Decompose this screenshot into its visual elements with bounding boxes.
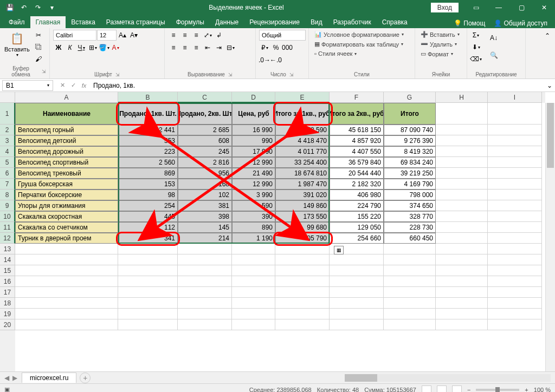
cell[interactable] — [118, 276, 178, 287]
cell[interactable]: 223 — [118, 146, 178, 157]
row-header-18[interactable]: 18 — [0, 298, 15, 309]
percent-icon[interactable]: % — [270, 42, 281, 53]
cell[interactable] — [436, 319, 488, 330]
view-normal-icon[interactable] — [422, 386, 431, 393]
cell[interactable]: 98 — [118, 190, 178, 200]
cell[interactable] — [436, 146, 488, 157]
cell[interactable] — [118, 265, 178, 276]
cell[interactable] — [488, 190, 542, 200]
cell[interactable]: 12 990 — [232, 179, 275, 190]
cell[interactable] — [384, 319, 436, 330]
cell[interactable] — [436, 298, 488, 309]
col-header-D[interactable]: D — [232, 92, 275, 103]
sort-filter-icon[interactable]: A↓ — [486, 30, 502, 46]
cell[interactable] — [330, 309, 384, 319]
cell[interactable]: 553 — [118, 135, 178, 146]
tab-insert[interactable]: Вставка — [66, 16, 101, 28]
align-center-icon[interactable]: ≡ — [179, 42, 190, 53]
cell[interactable] — [15, 265, 118, 276]
cell[interactable] — [232, 309, 275, 319]
col-header-B[interactable]: B — [118, 92, 178, 103]
cell[interactable] — [178, 287, 232, 298]
cell[interactable] — [118, 244, 178, 254]
cell[interactable]: 45 618 150 — [330, 125, 384, 135]
cell[interactable]: 153 — [118, 179, 178, 190]
cell[interactable] — [488, 157, 542, 168]
cell[interactable] — [178, 244, 232, 254]
cell[interactable] — [15, 254, 118, 265]
format-cells-button[interactable]: ▭ Формат▾ — [418, 49, 455, 58]
cell[interactable]: 254 — [118, 200, 178, 211]
row-header-5[interactable]: 5 — [0, 157, 15, 168]
col-header-C[interactable]: C — [178, 92, 232, 103]
cell[interactable]: 341 — [118, 233, 178, 244]
cell[interactable] — [488, 179, 542, 190]
cell[interactable] — [436, 190, 488, 200]
cell[interactable] — [384, 276, 436, 287]
cell[interactable] — [178, 265, 232, 276]
cell[interactable]: 398 — [178, 211, 232, 222]
cell[interactable]: Наименование — [15, 103, 118, 125]
row-header-1[interactable]: 1 — [0, 103, 15, 125]
cell[interactable]: 608 — [178, 135, 232, 146]
col-header-E[interactable]: E — [275, 92, 330, 103]
cell[interactable] — [330, 319, 384, 330]
row-header-4[interactable]: 4 — [0, 146, 15, 157]
cell[interactable] — [275, 298, 330, 309]
wrap-text-icon[interactable]: ↲ — [214, 30, 224, 41]
number-format-select[interactable] — [259, 30, 306, 41]
cell[interactable] — [330, 298, 384, 309]
cell[interactable] — [436, 265, 488, 276]
row-header-7[interactable]: 7 — [0, 179, 15, 190]
cell[interactable] — [118, 287, 178, 298]
row-header-13[interactable]: 13 — [0, 244, 15, 254]
cell[interactable] — [488, 211, 542, 222]
zoom-out-icon[interactable]: − — [467, 387, 470, 393]
cell[interactable]: 173 550 — [275, 211, 330, 222]
cell[interactable]: 590 — [232, 200, 275, 211]
grid[interactable]: ABCDEFGHI 123456789101112131415161718192… — [0, 92, 555, 371]
align-top-icon[interactable]: ≡ — [168, 30, 179, 41]
cell[interactable] — [436, 179, 488, 190]
redo-icon[interactable]: ↷ — [33, 2, 43, 13]
cell[interactable]: 36 579 840 — [330, 157, 384, 168]
cell[interactable] — [384, 298, 436, 309]
cell[interactable] — [118, 254, 178, 265]
tab-layout[interactable]: Разметка страницы — [101, 16, 171, 28]
save-icon[interactable]: 💾 — [4, 2, 15, 13]
enter-formula-icon[interactable]: ✓ — [68, 81, 78, 90]
cell[interactable] — [384, 309, 436, 319]
cell[interactable]: 2 182 320 — [330, 179, 384, 190]
cell[interactable]: 1 190 — [232, 233, 275, 244]
cell[interactable]: 168 — [178, 179, 232, 190]
cell[interactable]: Турник в дверной проем — [15, 233, 118, 244]
inc-decimal-icon[interactable]: .0→ — [259, 55, 270, 66]
align-mid-icon[interactable]: ≡ — [179, 30, 190, 41]
cell[interactable]: 18 674 810 — [275, 168, 330, 179]
cell[interactable]: Итого за 1кв., руб. — [275, 103, 330, 125]
cell[interactable]: 245 — [178, 146, 232, 157]
cell[interactable]: Упоры для отжимания — [15, 200, 118, 211]
font-name-select[interactable] — [53, 30, 96, 41]
cell[interactable]: 112 — [118, 222, 178, 233]
horizontal-scrollbar[interactable] — [345, 374, 551, 382]
cell[interactable] — [384, 254, 436, 265]
cell[interactable]: 224 790 — [330, 200, 384, 211]
col-header-H[interactable]: H — [436, 92, 488, 103]
cell[interactable]: 374 650 — [384, 200, 436, 211]
cell[interactable] — [15, 298, 118, 309]
find-icon[interactable]: 🔍 — [486, 47, 502, 63]
number-launcher-icon[interactable]: ⇲ — [289, 72, 294, 77]
cell[interactable] — [436, 276, 488, 287]
copy-icon[interactable]: ⿻ — [33, 42, 44, 53]
cell[interactable] — [275, 276, 330, 287]
indent-dec-icon[interactable]: ⇤ — [202, 42, 213, 53]
font-size-select[interactable] — [97, 30, 117, 41]
insert-cells-button[interactable]: ➕ Вставить▾ — [418, 30, 462, 39]
cell[interactable]: 99 680 — [275, 222, 330, 233]
row-header-20[interactable]: 20 — [0, 319, 15, 330]
tab-review[interactable]: Рецензирование — [244, 16, 305, 28]
borders-icon[interactable]: ⊞▾ — [87, 42, 98, 53]
close-icon[interactable]: ✕ — [533, 0, 555, 15]
delete-cells-button[interactable]: ➖ Удалить▾ — [418, 40, 459, 49]
